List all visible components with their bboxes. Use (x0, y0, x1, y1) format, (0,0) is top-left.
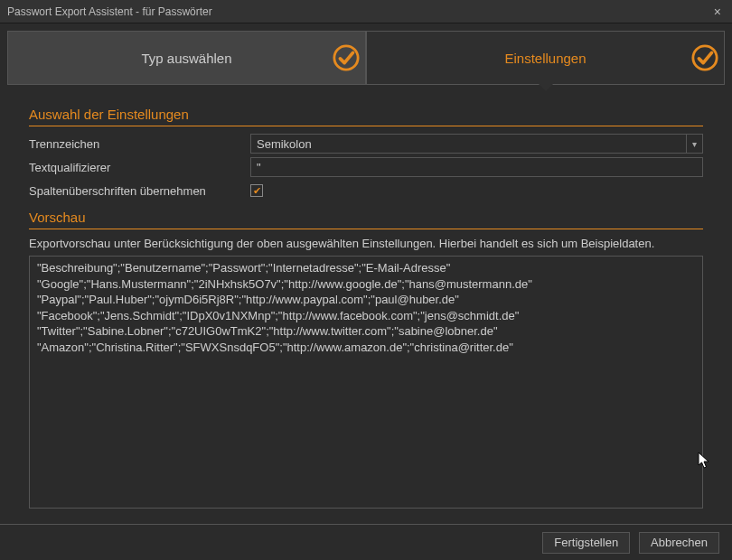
check-icon (333, 44, 360, 71)
check-icon (691, 44, 718, 71)
text-qualifier-row: Textqualifizierer " (29, 157, 703, 177)
delimiter-value: Semikolon (257, 137, 686, 151)
settings-section-title: Auswahl der Einstellungen (29, 101, 703, 126)
svg-point-1 (693, 46, 717, 70)
footer: Fertigstellen Abbrechen (0, 524, 732, 560)
delimiter-row: Trennzeichen Semikolon ▾ (29, 134, 703, 154)
active-step-arrow-icon (537, 82, 555, 91)
preview-textbox[interactable]: "Beschreibung";"Benutzername";"Passwort"… (29, 256, 703, 509)
window-title: Passwort Export Assistent - für Passwört… (7, 5, 212, 18)
step-label: Einstellungen (504, 51, 586, 66)
preview-section-title: Vorschau (29, 204, 703, 229)
headers-row: Spaltenüberschriften übernehmen ✔ (29, 181, 703, 201)
finish-button[interactable]: Fertigstellen (542, 532, 630, 554)
step-label: Typ auswählen (141, 51, 231, 66)
preview-description: Exportvorschau unter Berücksichtigung de… (29, 237, 703, 250)
cancel-button[interactable]: Abbrechen (639, 532, 719, 554)
headers-label: Spaltenüberschriften übernehmen (29, 184, 250, 198)
content-area: Auswahl der Einstellungen Trennzeichen S… (0, 92, 732, 509)
close-icon[interactable]: × (710, 5, 725, 19)
svg-point-0 (334, 46, 358, 70)
step-select-type[interactable]: Typ auswählen (7, 31, 366, 85)
delimiter-select[interactable]: Semikolon ▾ (250, 134, 703, 154)
window-titlebar: Passwort Export Assistent - für Passwört… (0, 0, 732, 23)
chevron-down-icon: ▾ (686, 135, 702, 153)
step-settings[interactable]: Einstellungen (366, 31, 725, 85)
text-qualifier-label: Textqualifizierer (29, 161, 250, 174)
text-qualifier-value: " (257, 161, 261, 174)
text-qualifier-input[interactable]: " (250, 157, 703, 177)
wizard-steps: Typ auswählen Einstellungen (7, 31, 725, 85)
headers-checkbox[interactable]: ✔ (250, 184, 263, 197)
cursor-icon (698, 452, 710, 470)
checkmark-icon: ✔ (253, 186, 261, 196)
delimiter-label: Trennzeichen (29, 137, 250, 151)
